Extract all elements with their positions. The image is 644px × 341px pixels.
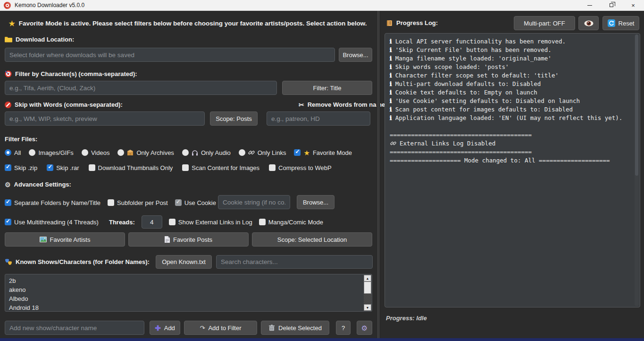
info-icon: ℹ	[390, 97, 392, 105]
remove-words-input[interactable]	[267, 111, 370, 126]
list-item[interactable]: Albedo	[9, 294, 362, 303]
cookie-browse-button[interactable]: Browse...	[297, 195, 335, 209]
checkbox-icon	[182, 164, 189, 171]
checkbox-icon	[108, 199, 114, 206]
radio-only-audio[interactable]: Only Audio	[182, 149, 231, 156]
use-cookie-checkbox[interactable]: Use Cookie	[175, 199, 216, 206]
info-icon: ℹ	[390, 54, 392, 63]
log-line: ℹMulti-part download defaults to: Disabl…	[390, 80, 635, 88]
skip-words-input[interactable]	[5, 111, 205, 126]
log-line-text: ========================================	[390, 131, 532, 139]
log-line-text: 'Use Cookie' setting defaults to: Disabl…	[395, 97, 580, 105]
log-line: ℹCookie text defaults to: Empty on launc…	[390, 88, 635, 97]
log-line: ℹ'Skip Current File' button has been rem…	[390, 46, 635, 54]
log-line-text: ========================================	[390, 148, 532, 156]
known-list[interactable]: 2bakenoAlbedoAndroid 18Android 21 ▲ ▼	[5, 274, 372, 312]
download-thumbnails-checkbox[interactable]: Download Thumbnails Only	[89, 164, 173, 171]
search-characters-input[interactable]	[216, 255, 373, 269]
log-line: ==================== Mode changed to: Al…	[390, 156, 635, 165]
scrollbar-thumb[interactable]	[364, 281, 371, 294]
add-button[interactable]: ✚ Add	[150, 321, 180, 335]
log-line: ========================================	[390, 148, 635, 156]
list-item[interactable]: Android 18	[9, 303, 362, 312]
target-icon	[5, 70, 12, 77]
log-scrollbar[interactable]	[635, 34, 639, 306]
character-filter-scope-button[interactable]: Filter: Title	[282, 81, 372, 95]
info-icon: ℹ	[390, 105, 392, 114]
restore-button[interactable]	[601, 0, 622, 10]
list-item[interactable]: akeno	[9, 285, 362, 294]
info-icon: ℹ	[390, 37, 392, 46]
character-filter-input[interactable]	[5, 81, 277, 95]
scan-content-checkbox[interactable]: Scan Content for Images	[182, 164, 259, 171]
scroll-up-icon[interactable]: ▲	[364, 275, 371, 281]
radio-only-links[interactable]: Only Links	[239, 149, 286, 156]
favorite-scope-button[interactable]: Scope: Selected Location	[252, 232, 372, 247]
radio-all[interactable]: All	[5, 149, 21, 156]
checkbox-icon	[5, 199, 11, 206]
download-location-input[interactable]	[5, 48, 335, 62]
multipart-toggle-button[interactable]: Multi-part: OFF	[514, 16, 575, 30]
download-location-label: Download Location:	[5, 36, 74, 43]
radio-only-archives[interactable]: Only Archives	[117, 149, 174, 156]
restore-icon	[610, 3, 613, 7]
radio-images-gifs[interactable]: Images/GIFs	[29, 149, 73, 156]
skip-zip-checkbox[interactable]: Skip .zip	[5, 164, 37, 171]
checkbox-icon	[269, 164, 276, 171]
eye-button[interactable]	[578, 16, 599, 30]
scroll-down-icon[interactable]: ▼	[364, 304, 371, 311]
log-line-text: ==================== Mode changed to: Al…	[390, 156, 610, 165]
filter-files-radio-row: All Images/GIFs Videos Only Archives Onl…	[5, 148, 352, 157]
radio-icon	[82, 149, 88, 156]
threads-input[interactable]	[142, 215, 162, 229]
gear-icon: ⚙	[361, 324, 368, 332]
checkbox-icon	[89, 164, 95, 171]
progress-log-label: Progress Log:	[386, 19, 438, 26]
separate-folders-checkbox[interactable]: Separate Folders by Name/Title	[5, 199, 100, 206]
log-line: ========================================	[390, 131, 635, 139]
reset-button[interactable]: Reset	[602, 16, 639, 30]
add-character-input[interactable]	[5, 321, 144, 335]
progress-log-output[interactable]: ℹLocal API server functionality has been…	[385, 33, 640, 307]
window-title: Kemono Downloader v5.0.0	[15, 2, 84, 9]
cookie-string-input[interactable]	[218, 195, 290, 209]
radio-videos[interactable]: Videos	[82, 149, 110, 156]
favorite-artists-button[interactable]: Favorite Artists	[5, 232, 125, 247]
checkbox-icon	[175, 199, 182, 206]
help-button[interactable]: ?	[336, 321, 351, 335]
list-scrollbar[interactable]: ▲ ▼	[364, 275, 371, 311]
main-panel: ★ Favorite Mode is active. Please select…	[0, 11, 376, 338]
character-filter-label: Filter by Character(s) (comma-separated)…	[5, 70, 137, 77]
multithreading-checkbox[interactable]: Use Multithreading (4 Threads)	[5, 219, 99, 226]
skip-words-scope-button[interactable]: Scope: Posts	[210, 111, 258, 126]
log-scrollbar-thumb[interactable]	[635, 34, 638, 176]
manga-mode-checkbox[interactable]: Manga/Comic Mode	[259, 219, 323, 226]
delete-selected-button[interactable]: Delete Selected	[261, 321, 329, 335]
favorite-mode-checkbox[interactable]: ★ Favorite Mode	[294, 149, 352, 156]
info-icon: ℹ	[390, 63, 392, 71]
show-external-links-checkbox[interactable]: Show External Links in Log	[169, 219, 252, 226]
filter-files-options-row: Skip .zip Skip .rar Download Thumbnails …	[5, 163, 332, 172]
skip-rar-checkbox[interactable]: Skip .rar	[47, 164, 79, 171]
close-icon: ×	[631, 2, 635, 9]
log-line: ℹManga filename style loaded: 'original_…	[390, 54, 635, 63]
checkbox-icon	[294, 149, 301, 156]
radio-icon	[239, 149, 245, 156]
list-item[interactable]: 2b	[9, 276, 362, 285]
log-line: External Links Log Disabled	[390, 139, 635, 148]
log-line-text: 'Skip Current File' button has been remo…	[395, 46, 552, 54]
open-known-txt-button[interactable]: Open Known.txt	[156, 255, 212, 269]
download-browse-button[interactable]: Browse...	[339, 48, 372, 62]
minimize-button[interactable]	[579, 0, 601, 10]
favorite-posts-button[interactable]: Favorite Posts	[128, 232, 249, 247]
add-to-filter-button[interactable]: ↷ Add to Filter	[184, 321, 257, 335]
curved-arrow-icon: ↷	[200, 325, 205, 331]
subfolder-per-post-checkbox[interactable]: Subfolder per Post	[108, 199, 168, 206]
settings-button[interactable]: ⚙	[357, 321, 372, 335]
close-button[interactable]: ×	[622, 0, 644, 10]
panel-splitter[interactable]	[376, 11, 380, 338]
reset-icon	[608, 19, 615, 27]
image-icon	[40, 237, 47, 242]
scissors-icon: ✂	[299, 102, 304, 108]
compress-webp-checkbox[interactable]: Compress to WebP	[269, 164, 331, 171]
